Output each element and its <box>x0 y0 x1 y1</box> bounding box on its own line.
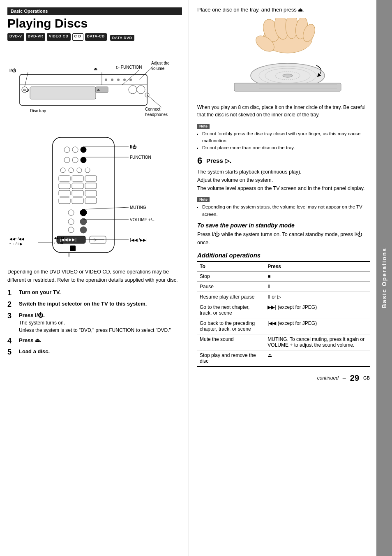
svg-text:VOLUME +/–: VOLUME +/– <box>130 218 154 222</box>
table-header-to: To <box>197 262 265 271</box>
svg-line-19 <box>147 95 161 107</box>
svg-point-52 <box>68 210 74 215</box>
svg-rect-45 <box>59 190 70 196</box>
svg-rect-43 <box>72 183 83 189</box>
page-title: Playing Discs <box>7 16 182 30</box>
svg-point-32 <box>64 157 70 163</box>
disc-note-text: When you play an 8 cm disc, place it on … <box>197 104 370 118</box>
step-4: 4 Press ⏏. <box>7 337 182 345</box>
svg-point-12 <box>129 86 137 94</box>
badge-video-cd: VIDEO CD <box>47 33 71 41</box>
svg-rect-2 <box>30 87 96 99</box>
svg-text:▷  FUNCTION: ▷ FUNCTION <box>116 65 142 70</box>
svg-text:volume: volume <box>151 66 165 71</box>
svg-text:◀◀•/◀◀: ◀◀•/◀◀ <box>54 236 64 239</box>
svg-point-55 <box>68 227 74 233</box>
svg-rect-39 <box>59 176 70 181</box>
badge-cd: C D <box>72 33 83 41</box>
svg-point-56 <box>80 227 87 233</box>
description-text: Depending on the DVD VIDEO or VIDEO CD, … <box>7 268 182 284</box>
remote-svg: |◀◀ ▶▶| ▷ ◀◀•/◀◀ •→ / II▶ <box>7 135 184 261</box>
svg-point-3 <box>105 79 107 81</box>
step-1: 1 Turn on your TV. <box>7 289 182 297</box>
svg-point-13 <box>137 86 145 94</box>
svg-text:headphones: headphones <box>145 112 168 117</box>
additional-operations: Additional operations To Press Stop ■ <box>197 252 370 367</box>
svg-point-30 <box>72 147 78 153</box>
svg-point-36 <box>69 168 74 173</box>
svg-text:⏏: ⏏ <box>97 88 100 92</box>
table-row: Go back to the preceding chapter, track,… <box>197 318 370 334</box>
table-row: Pause II <box>197 281 370 292</box>
svg-point-29 <box>64 147 70 153</box>
svg-text:FUNCTION: FUNCTION <box>130 155 151 160</box>
svg-point-54 <box>80 218 87 225</box>
note-list-2: Depending on the system status, the volu… <box>197 204 370 218</box>
device-svg: I/⏻ ⏏ <box>7 46 184 128</box>
svg-rect-49 <box>72 198 83 204</box>
note-list-1: Do not forcibly press the disc tray clos… <box>197 130 370 152</box>
svg-text:|◀◀ /▶▶|: |◀◀ /▶▶| <box>130 238 148 242</box>
badge-data-dvd: DATA DVD <box>110 35 134 41</box>
note-box-1: Note Do not forcibly press the disc tray… <box>197 123 370 152</box>
svg-point-35 <box>60 168 65 173</box>
svg-line-66 <box>83 207 129 209</box>
note-box-2: Note Depending on the system status, the… <box>197 196 370 218</box>
step-2: 2 Switch the input selector on the TV to… <box>7 301 182 309</box>
svg-point-6 <box>123 79 126 81</box>
table-row: Stop play and remove the disc ⏏ <box>197 350 370 366</box>
svg-text:I/⏻: I/⏻ <box>23 88 29 92</box>
svg-text:▷: ▷ <box>94 237 97 242</box>
page-number: 29 <box>350 373 359 383</box>
section-header: Basic Operations <box>7 7 182 15</box>
device-diagram-area: I/⏻ ⏏ <box>7 46 182 132</box>
note-item-2: Do not place more than one disc on the t… <box>202 144 370 151</box>
svg-rect-90 <box>234 83 341 91</box>
svg-rect-63 <box>70 246 76 251</box>
svg-text:Adjust the: Adjust the <box>151 61 170 65</box>
svg-text:Disc tray: Disc tray <box>30 109 46 113</box>
table-row: Go to the next chapter, track, or scene … <box>197 302 370 318</box>
note-item-3: Depending on the system status, the volu… <box>202 204 370 218</box>
svg-rect-44 <box>85 183 97 189</box>
svg-text:◀◀• /◀◀: ◀◀• /◀◀ <box>9 237 24 241</box>
svg-text:MUTING: MUTING <box>130 205 146 210</box>
svg-rect-50 <box>85 198 97 204</box>
svg-point-37 <box>77 168 82 173</box>
note-item-1: Do not forcibly press the disc tray clos… <box>202 130 370 145</box>
svg-rect-41 <box>85 176 97 181</box>
standby-section: To save the power in standby mode Press … <box>197 222 370 247</box>
svg-point-5 <box>117 79 120 81</box>
svg-point-31 <box>81 147 86 153</box>
svg-text:II: II <box>68 253 71 257</box>
svg-rect-46 <box>72 190 83 196</box>
step-5: 5 Load a disc. <box>7 348 182 357</box>
sidebar-right: Basic Operations <box>376 0 392 556</box>
svg-text:•→ / II▶: •→ / II▶ <box>9 242 23 246</box>
disc-tray-svg <box>197 18 353 98</box>
svg-rect-40 <box>72 176 83 181</box>
svg-text:⏏: ⏏ <box>94 67 97 71</box>
svg-point-87 <box>283 74 293 77</box>
svg-point-33 <box>72 157 78 163</box>
place-disc-text: Place one disc on the tray, and then pre… <box>197 6 370 14</box>
table-row: Mute the sound MUTING. To cancel muting,… <box>197 334 370 350</box>
svg-rect-42 <box>59 183 70 189</box>
continued-text: continued <box>317 375 339 381</box>
svg-point-7 <box>129 79 132 81</box>
format-badges: DVD-V DVD-VR VIDEO CD C D DATA-CD DATA D… <box>7 33 182 41</box>
step-6: 6 Press ▷. The system starts playback (c… <box>197 155 370 192</box>
table-header-press: Press <box>265 262 370 271</box>
svg-point-53 <box>68 219 74 225</box>
svg-text:Connect: Connect <box>145 107 160 111</box>
table-row: Stop ■ <box>197 271 370 281</box>
svg-text:I/⏻: I/⏻ <box>130 144 137 149</box>
badge-data-cd: DATA-CD <box>85 33 107 41</box>
badge-dvd-vr: DVD-VR <box>26 33 46 41</box>
operations-table: To Press Stop ■ Pause II <box>197 261 370 367</box>
svg-point-4 <box>111 79 113 81</box>
step-3: 3 Press I/⏻. The system turns on. Unless… <box>7 312 182 334</box>
remote-diagram-area: |◀◀ ▶▶| ▷ ◀◀•/◀◀ •→ / II▶ <box>7 135 182 263</box>
badge-dvd-v: DVD-V <box>7 33 24 41</box>
svg-rect-48 <box>59 198 70 204</box>
